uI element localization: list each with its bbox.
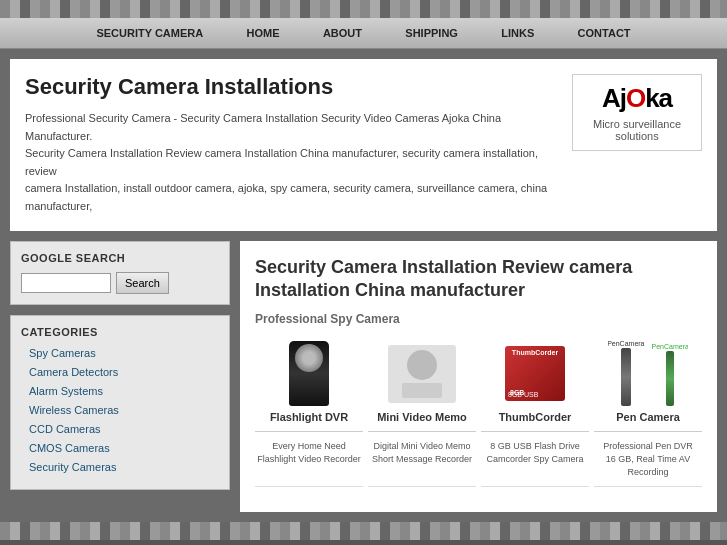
- product-desc-pencamera: Professional Pen DVR 16 GB, Real Time AV…: [594, 440, 702, 478]
- search-title: GOOGLE SEARCH: [21, 252, 219, 264]
- product-name-thumbcorder: ThumbCorder: [481, 411, 589, 423]
- nav-about[interactable]: ABOUT: [303, 27, 382, 39]
- product-divider: [481, 431, 589, 432]
- pen-images-group: NormalFatPenCamera AjokaSlimPenCamera: [608, 341, 688, 406]
- product-divider: [368, 431, 476, 432]
- search-button[interactable]: Search: [116, 272, 169, 294]
- nav-home[interactable]: HOME: [227, 27, 300, 39]
- logo-box: AjOka Micro surveillance solutions: [572, 74, 702, 151]
- product-desc-flashlight: Every Home Need Flashlight Video Recorde…: [255, 440, 363, 465]
- list-item: Alarm Systems: [29, 384, 219, 398]
- search-input[interactable]: [21, 273, 111, 293]
- content-title: Security Camera Installation Review came…: [255, 256, 702, 303]
- header-section: Security Camera Installations Profession…: [10, 59, 717, 231]
- category-cmos-cameras[interactable]: CMOS Cameras: [29, 442, 110, 454]
- search-box: GOOGLE SEARCH Search: [10, 241, 230, 305]
- categories-title: CATEGORIES: [21, 326, 219, 338]
- categories-box: CATEGORIES Spy Cameras Camera Detectors …: [10, 315, 230, 490]
- navigation-bar: SECURITY CAMERA HOME ABOUT SHIPPING LINK…: [0, 18, 727, 49]
- content-area: Security Camera Installation Review came…: [240, 241, 717, 513]
- nav-contact[interactable]: CONTACT: [558, 27, 651, 39]
- category-alarm-systems[interactable]: Alarm Systems: [29, 385, 103, 397]
- list-item: CMOS Cameras: [29, 441, 219, 455]
- top-border-decoration: [0, 0, 727, 18]
- search-form: Search: [21, 272, 219, 294]
- header-text: Security Camera Installations Profession…: [25, 74, 557, 216]
- list-item: Security Cameras: [29, 460, 219, 474]
- product-divider: [594, 431, 702, 432]
- bottom-border-decoration: [0, 522, 727, 540]
- product-minimemo[interactable]: Mini Video Memo Digital Mini Video Memo …: [368, 341, 476, 487]
- header-desc1: Professional Security Camera - Security …: [25, 110, 557, 145]
- product-desc-minimemo: Digital Mini Video Memo Short Message Re…: [368, 440, 476, 465]
- product-name-pencamera: Pen Camera: [594, 411, 702, 423]
- product-image-thumbcorder: ThumbCorder 8GB USB: [495, 341, 575, 406]
- category-camera-detectors[interactable]: Camera Detectors: [29, 366, 118, 378]
- logo-brand: AjOka: [581, 83, 693, 114]
- category-spy-cameras[interactable]: Spy Cameras: [29, 347, 96, 359]
- list-item: Spy Cameras: [29, 346, 219, 360]
- product-flashlight[interactable]: Flashlight DVR Every Home Need Flashligh…: [255, 341, 363, 487]
- product-name-flashlight: Flashlight DVR: [255, 411, 363, 423]
- header-desc3: camera Installation, install outdoor cam…: [25, 180, 557, 215]
- category-security-cameras[interactable]: Security Cameras: [29, 461, 116, 473]
- product-desc-thumbcorder: 8 GB USB Flash Drive Camcorder Spy Camer…: [481, 440, 589, 465]
- page-title: Security Camera Installations: [25, 74, 557, 100]
- logo-tagline: Micro surveillance solutions: [581, 118, 693, 142]
- category-ccd-cameras[interactable]: CCD Cameras: [29, 423, 101, 435]
- product-image-pencamera: NormalFatPenCamera AjokaSlimPenCamera: [608, 341, 688, 406]
- list-item: CCD Cameras: [29, 422, 219, 436]
- main-wrapper: Security Camera Installations Profession…: [0, 49, 727, 522]
- categories-list: Spy Cameras Camera Detectors Alarm Syste…: [21, 346, 219, 474]
- product-pencamera[interactable]: NormalFatPenCamera AjokaSlimPenCamera Pe…: [594, 341, 702, 487]
- header-desc2: Security Camera Installation Review came…: [25, 145, 557, 180]
- minimemo-img-shape: [388, 345, 456, 403]
- list-item: Camera Detectors: [29, 365, 219, 379]
- nav-links[interactable]: LINKS: [481, 27, 554, 39]
- nav-shipping[interactable]: SHIPPING: [385, 27, 478, 39]
- category-wireless-cameras[interactable]: Wireless Cameras: [29, 404, 119, 416]
- product-grid: Flashlight DVR Every Home Need Flashligh…: [255, 341, 702, 487]
- nav-security-camera[interactable]: SECURITY CAMERA: [76, 27, 223, 39]
- product-thumbcorder[interactable]: ThumbCorder 8GB USB ThumbCorder 8 GB USB…: [481, 341, 589, 487]
- product-image-flashlight: [269, 341, 349, 406]
- product-divider: [255, 431, 363, 432]
- list-item: Wireless Cameras: [29, 403, 219, 417]
- thumbcorder-img-shape: ThumbCorder 8GB USB: [505, 346, 565, 401]
- product-image-minimemo: [382, 341, 462, 406]
- two-column-layout: GOOGLE SEARCH Search CATEGORIES Spy Came…: [10, 241, 717, 513]
- content-subtitle: Professional Spy Camera: [255, 312, 702, 326]
- sidebar: GOOGLE SEARCH Search CATEGORIES Spy Came…: [10, 241, 230, 513]
- product-name-minimemo: Mini Video Memo: [368, 411, 476, 423]
